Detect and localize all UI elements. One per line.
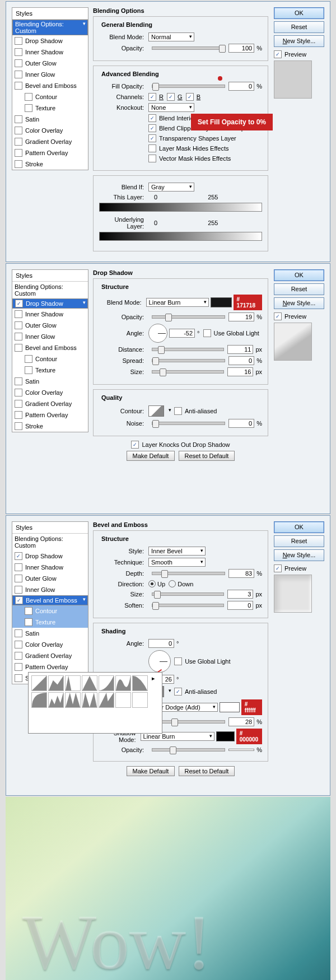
underlying-layer-gradient[interactable] [99,232,262,241]
styles-list: Styles Blending Options: Custom Drop Sha… [12,7,88,170]
bevel-emboss-panel: Styles Blending Options: Custom Drop Sha… [6,515,330,796]
drop-shadow-panel: Styles Blending Options: Custom Drop Sha… [6,263,330,514]
style-stroke[interactable]: Stroke [12,158,88,170]
style-drop-shadow[interactable]: Drop Shadow [12,298,88,309]
svg-marker-0 [32,676,46,690]
new-style-button[interactable]: New Style... [274,297,324,309]
make-default-button[interactable]: Make Default [127,451,175,461]
svg-marker-1 [49,676,63,690]
style-gradient-overlay[interactable]: Gradient Overlay [12,136,88,147]
channel-g-checkbox[interactable] [167,93,175,101]
channel-r-checkbox[interactable] [148,93,156,101]
blend-if-select[interactable]: Gray [148,183,194,192]
dialog-buttons: OK Reset New Style... Preview [274,7,324,99]
preview-swatch [274,323,312,361]
blending-options-item[interactable]: Blending Options: Custom [12,282,88,298]
preview-checkbox[interactable] [274,50,282,58]
channel-b-checkbox[interactable] [186,93,194,101]
ok-button[interactable]: OK [274,521,324,533]
opacity-input[interactable]: 100 [228,44,254,53]
contour-thumb[interactable] [31,675,47,691]
style-bevel-emboss[interactable]: Bevel and Emboss [12,80,88,91]
reset-button[interactable]: Reset [274,283,324,295]
direction-down-radio[interactable] [169,580,176,587]
knockout-select[interactable]: None [148,103,194,112]
ok-button[interactable]: OK [274,269,324,281]
color-tag: # 171718 [234,295,262,310]
svg-marker-7 [99,693,114,707]
blending-options-panel: Styles Blending Options: Custom Drop Sha… [6,1,330,262]
preview-swatch [274,60,312,99]
callout-dot [218,76,222,81]
style-pattern-overlay[interactable]: Pattern Overlay [12,147,88,158]
style-inner-glow[interactable]: Inner Glow [12,69,88,80]
preview-swatch [274,575,312,613]
svg-marker-2 [66,676,80,690]
contour-picker[interactable] [148,405,164,417]
new-style-button[interactable]: New Style... [274,549,324,561]
color-swatch[interactable] [211,297,232,307]
blend-mode-select[interactable]: Normal [148,32,194,41]
style-drop-shadow[interactable]: Drop Shadow [12,35,88,46]
blend-mode-select[interactable]: Linear Burn [146,298,209,307]
technique-select[interactable]: Smooth [148,558,206,567]
style-contour[interactable]: Contour [12,91,88,102]
opacity-slider[interactable] [152,46,225,50]
ok-button[interactable]: OK [274,7,324,19]
style-outer-glow[interactable]: Outer Glow [12,58,88,69]
direction-up-radio[interactable] [148,580,156,587]
new-style-button[interactable]: New Style... [274,35,324,47]
svg-marker-3 [82,676,97,690]
styles-list: Styles Blending Options: Custom Drop Sha… [12,269,88,432]
style-inner-shadow[interactable]: Inner Shadow [12,46,88,58]
this-layer-gradient[interactable] [99,203,262,212]
fill-opacity-slider[interactable] [152,85,225,88]
style-texture[interactable]: Texture [12,102,88,114]
checkbox[interactable] [15,37,22,45]
reset-button[interactable]: Reset [274,535,324,547]
result-preview: Wow! [6,797,330,980]
angle-altitude-dial[interactable] [148,650,171,673]
contour-popup-arrow-icon[interactable]: ▸ [152,675,155,692]
styles-list: Styles Blending Options: Custom Drop Sha… [12,521,88,684]
style-select[interactable]: Inner Bevel [148,547,206,556]
reset-button[interactable]: Reset [274,21,324,33]
style-bevel-emboss[interactable]: Bevel and Emboss [12,595,88,605]
section-title: Blending Options [93,7,268,14]
svg-marker-4 [49,693,63,707]
angle-dial[interactable] [148,324,167,343]
blending-options-item[interactable]: Blending Options: Custom [12,20,88,35]
reset-default-button[interactable]: Reset to Default [179,451,235,461]
style-satin[interactable]: Satin [12,114,88,125]
svg-marker-6 [82,693,97,707]
styles-header: Styles [12,8,88,20]
contour-presets-popup[interactable]: ▸ [28,672,162,734]
fill-opacity-input[interactable]: 0 [228,82,254,91]
svg-marker-5 [66,693,80,707]
result-text: Wow! [22,897,212,980]
annotation-callout: Set Fill Opacity to 0% [191,114,273,130]
style-color-overlay[interactable]: Color Overlay [12,125,88,136]
